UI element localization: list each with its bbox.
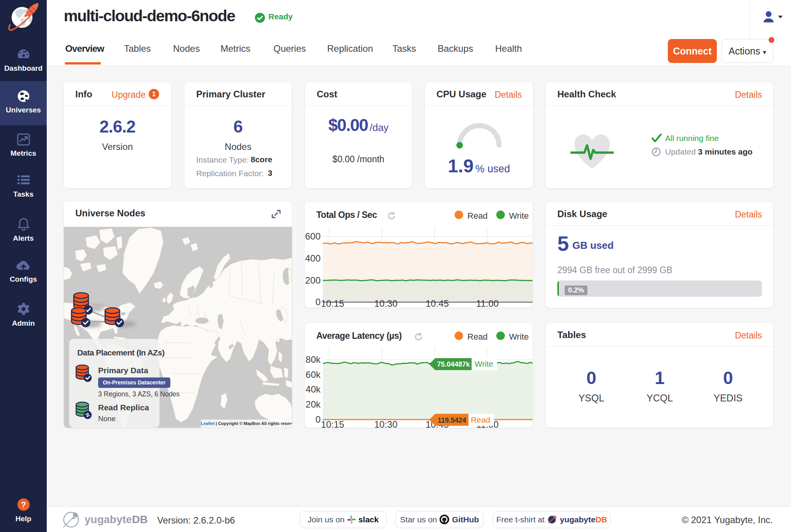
svg-text:20k: 20k xyxy=(306,399,321,410)
svg-text:10:15: 10:15 xyxy=(321,298,344,308)
svg-text:10:45: 10:45 xyxy=(426,298,449,308)
svg-text:0: 0 xyxy=(316,414,321,425)
svg-text:10:30: 10:30 xyxy=(374,298,397,308)
svg-text:10:15: 10:15 xyxy=(321,419,344,428)
svg-text:600: 600 xyxy=(305,231,321,241)
svg-text:119.5424: 119.5424 xyxy=(438,416,466,424)
svg-text:80k: 80k xyxy=(306,354,321,365)
svg-text:75.04487k: 75.04487k xyxy=(437,360,470,368)
svg-text:?: ? xyxy=(21,500,26,510)
svg-text:11:00: 11:00 xyxy=(476,298,499,308)
svg-text:400: 400 xyxy=(305,253,321,263)
svg-text:Read: Read xyxy=(471,415,490,424)
svg-text:40k: 40k xyxy=(306,384,321,394)
svg-text:Write: Write xyxy=(475,359,494,368)
svg-text:10:30: 10:30 xyxy=(374,419,397,428)
svg-text:60k: 60k xyxy=(306,369,321,380)
svg-text:200: 200 xyxy=(305,275,321,286)
svg-text:0: 0 xyxy=(316,297,321,307)
